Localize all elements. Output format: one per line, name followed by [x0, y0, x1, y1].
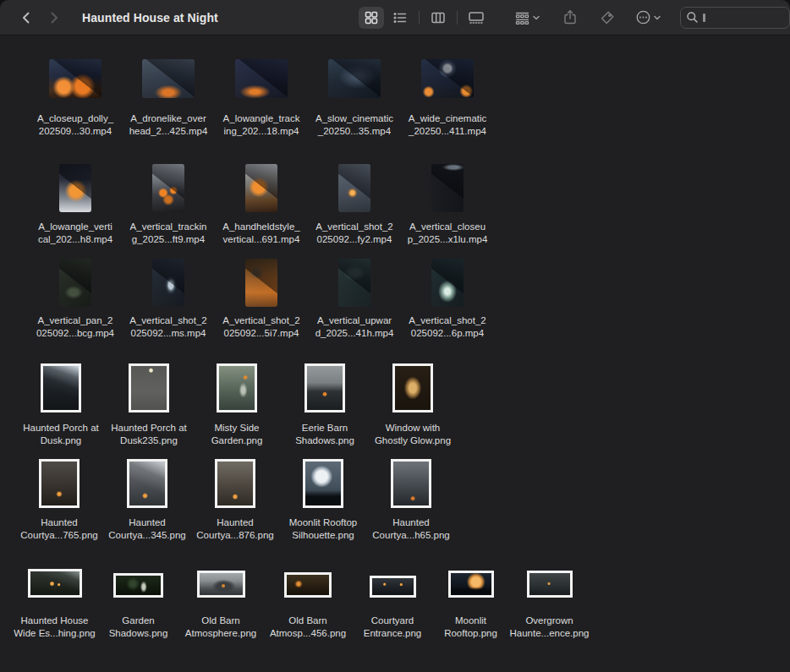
file-thumbnail[interactable]	[49, 59, 101, 98]
file-item[interactable]: HauntedCourtya...h65.png	[367, 459, 455, 542]
file-thumbnail[interactable]	[338, 164, 370, 212]
file-item[interactable]: Old BarnAtmosp...456.png	[264, 560, 352, 640]
file-item[interactable]: Haunted HouseWide Es...hing.png	[10, 560, 99, 640]
file-item[interactable]: OvergrownHaunte...ence.png	[508, 560, 590, 640]
file-item[interactable]: A_slow_cinematic_20250...35.mp4	[308, 57, 401, 138]
file-thumbnail[interactable]	[113, 573, 163, 598]
back-button[interactable]	[15, 7, 37, 29]
file-label: A_closeup_dolly_202509...30.mp4	[37, 112, 113, 138]
file-thumbnail[interactable]	[431, 259, 464, 307]
file-row: A_closeup_dolly_202509...30.mp4A_droneli…	[0, 57, 790, 138]
file-item[interactable]: A_dronelike_overhead_2...425.mp4	[122, 57, 215, 138]
file-label-line: Haunte...ence.png	[510, 627, 590, 640]
file-label-line: Shadows.png	[109, 627, 168, 640]
file-label-line: _20250...411.mp4	[409, 125, 487, 138]
file-thumbnail[interactable]	[338, 259, 370, 307]
file-label-line: Ghostly Glow.png	[375, 434, 451, 447]
file-label-line: A_vertical_shot_2	[222, 314, 299, 327]
share-button[interactable]	[557, 7, 583, 29]
file-thumbnail[interactable]	[235, 59, 288, 98]
file-item[interactable]: A_handheldstyle_vertical...691.mp4	[215, 163, 308, 246]
file-thumbnail[interactable]	[28, 569, 82, 598]
file-item[interactable]: A_wide_cinematic_20250...411.mp4	[401, 57, 494, 138]
file-item[interactable]: Misty SideGarden.png	[193, 363, 281, 447]
file-label-line: 202509...30.mp4	[37, 125, 113, 138]
list-view-button[interactable]	[387, 7, 413, 29]
file-thumbnail[interactable]	[152, 259, 184, 307]
column-view-button[interactable]	[425, 7, 451, 29]
file-label: A_lowangle_tracking_202...18.mp4	[223, 112, 300, 138]
file-thumbnail[interactable]	[39, 459, 80, 508]
file-label: Misty SideGarden.png	[211, 422, 263, 447]
search-input[interactable]	[680, 7, 790, 29]
ellipsis-circle-icon	[635, 9, 651, 25]
tag-button[interactable]	[595, 7, 620, 29]
file-item[interactable]: Haunted Porch atDusk.png	[17, 363, 105, 447]
file-thumbnail[interactable]	[527, 571, 573, 598]
file-thumbnail[interactable]	[59, 259, 91, 307]
file-item[interactable]: A_lowangle_vertical_202...h8.mp4	[29, 163, 122, 246]
file-item[interactable]: HauntedCourtya...765.png	[15, 459, 103, 542]
file-label: Old BarnAtmosp...456.png	[270, 615, 346, 640]
list-view-icon	[392, 10, 408, 25]
gallery-view-icon	[468, 10, 485, 25]
file-item[interactable]: HauntedCourtya...345.png	[103, 459, 191, 542]
toolbar: Haunted House at Night	[0, 0, 790, 36]
file-label: Moonlit RooftopSilhouette.png	[289, 516, 358, 542]
file-item[interactable]: A_vertical_shot_2025092...5i7.mp4	[215, 258, 308, 340]
file-thumbnail[interactable]	[129, 363, 169, 412]
search-icon	[686, 11, 699, 24]
file-item[interactable]: A_vertical_closeup_2025...x1lu.mp4	[401, 163, 494, 246]
file-item[interactable]: A_vertical_tracking_2025...ft9.mp4	[122, 163, 215, 246]
file-item[interactable]: GardenShadows.png	[99, 560, 178, 640]
file-thumbnail[interactable]	[391, 459, 431, 508]
file-thumbnail[interactable]	[245, 259, 277, 307]
file-label-line: A_slow_cinematic	[315, 112, 393, 125]
file-item[interactable]: A_lowangle_tracking_202...18.mp4	[215, 57, 308, 138]
file-item[interactable]: A_vertical_shot_2025092...fy2.mp4	[308, 163, 401, 246]
file-thumbnail[interactable]	[152, 164, 184, 212]
file-label-line: A_vertical_shot_2	[315, 221, 392, 233]
group-by-button[interactable]	[511, 7, 544, 29]
file-item[interactable]: CourtyardEntrance.png	[352, 560, 433, 640]
file-item[interactable]: A_vertical_upward_2025...41h.mp4	[308, 258, 401, 340]
file-row: Haunted Porch atDusk.pngHaunted Porch at…	[0, 363, 790, 447]
file-thumbnail[interactable]	[215, 459, 255, 508]
file-thumbnail[interactable]	[431, 164, 464, 212]
file-thumbnail[interactable]	[392, 363, 433, 412]
file-thumbnail[interactable]	[41, 363, 81, 412]
file-item[interactable]: A_vertical_pan_2025092...bcg.mp4	[29, 258, 122, 340]
file-row: HauntedCourtya...765.pngHauntedCourtya..…	[0, 459, 790, 542]
file-thumbnail[interactable]	[197, 571, 245, 598]
file-thumbnail[interactable]	[142, 59, 195, 98]
file-label: HauntedCourtya...h65.png	[372, 516, 449, 542]
file-item[interactable]: A_vertical_shot_2025092...ms.mp4	[122, 258, 215, 340]
file-thumbnail[interactable]	[370, 576, 416, 598]
icon-view-button[interactable]	[359, 7, 384, 29]
file-thumbnail[interactable]	[284, 572, 332, 598]
gallery-view-button[interactable]	[464, 7, 489, 29]
file-thumbnail[interactable]	[448, 571, 494, 598]
view-switcher	[359, 7, 489, 29]
file-item[interactable]: Eerie BarnShadows.png	[281, 363, 369, 447]
file-label: HauntedCourtya...765.png	[20, 516, 97, 542]
file-thumbnail[interactable]	[421, 59, 474, 98]
file-item[interactable]: Moonlit RooftopSilhouette.png	[279, 459, 367, 542]
file-label: Haunted Porch atDusk.png	[23, 422, 99, 447]
forward-button[interactable]	[43, 7, 65, 29]
file-item[interactable]: MoonlitRooftop.png	[433, 560, 508, 640]
file-item[interactable]: HauntedCourtya...876.png	[191, 459, 279, 542]
file-thumbnail[interactable]	[328, 59, 381, 98]
file-thumbnail[interactable]	[304, 363, 345, 412]
file-thumbnail[interactable]	[245, 164, 277, 212]
file-thumbnail[interactable]	[59, 164, 91, 212]
file-item[interactable]: A_closeup_dolly_202509...30.mp4	[29, 57, 122, 138]
file-item[interactable]: Haunted Porch atDusk235.png	[105, 363, 193, 447]
file-item[interactable]: Old BarnAtmosphere.png	[178, 560, 264, 640]
file-thumbnail[interactable]	[217, 363, 257, 412]
file-thumbnail[interactable]	[303, 459, 343, 508]
file-item[interactable]: Window withGhostly Glow.png	[369, 363, 457, 447]
more-options-button[interactable]	[632, 7, 665, 29]
file-thumbnail[interactable]	[127, 459, 167, 508]
file-item[interactable]: A_vertical_shot_2025092...6p.mp4	[401, 258, 494, 340]
